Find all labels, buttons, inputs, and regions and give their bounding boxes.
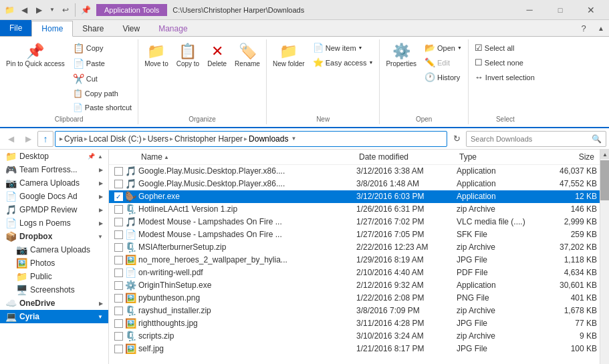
scrollbar[interactable]: ▲ ▼: [600, 150, 609, 364]
file-checkbox[interactable]: [114, 218, 123, 226]
close-button[interactable]: ✕: [576, 0, 606, 20]
breadcrumb-cyria[interactable]: Cyria: [64, 134, 83, 144]
file-row[interactable]: 🎵Modest Mouse - Lampshades On Fire ...1/…: [109, 216, 600, 228]
breadcrumb-downloads[interactable]: Downloads: [249, 134, 288, 144]
scroll-up-button[interactable]: ▲: [600, 150, 609, 159]
file-checkbox[interactable]: [114, 319, 123, 328]
breadcrumb-users[interactable]: Users: [148, 134, 168, 144]
file-row[interactable]: 📄Modest Mouse - Lampshades On Fire ...1/…: [109, 228, 600, 241]
file-size: 401 KB: [543, 293, 597, 303]
open-button[interactable]: 📂 Open ▼: [421, 41, 465, 55]
select-all-button[interactable]: ☑ Select all: [471, 41, 539, 55]
sidebar-item-screenshots[interactable]: 🖥️ Screenshots: [0, 283, 108, 297]
file-row[interactable]: 🗜️MSIAfterburnerSetup.zip2/22/2016 12:23…: [109, 241, 600, 254]
file-row[interactable]: 🖼️rightthoughts.jpg3/11/2016 4:28 PMJPG …: [109, 317, 600, 330]
paste-button[interactable]: 📄 Paste: [70, 56, 135, 71]
edit-button[interactable]: ✏️ Edit: [421, 55, 465, 69]
up-nav-button[interactable]: ↑: [37, 131, 53, 147]
new-folder-button[interactable]: 📁 New folder: [269, 41, 308, 70]
refresh-button[interactable]: ↻: [449, 131, 465, 147]
file-checkbox[interactable]: [114, 268, 123, 277]
sidebar-item-photos[interactable]: 🖼️ Photos: [0, 256, 108, 270]
file-checkbox[interactable]: [114, 230, 123, 239]
file-checkbox[interactable]: [114, 256, 123, 264]
back-icon[interactable]: ◀: [17, 3, 31, 17]
sidebar-item-cyria[interactable]: 💻 Cyria ▼: [0, 310, 108, 323]
sidebar-item-team-fortress[interactable]: 🎮 Team Fortress... ▶: [0, 163, 108, 176]
file-row[interactable]: 🎵Google.Play.Music.Desktop.Player.x86...…: [109, 165, 600, 178]
select-none-button[interactable]: ☐ Select none: [471, 55, 539, 69]
maximize-button[interactable]: □: [545, 0, 576, 20]
minimize-button[interactable]: ─: [514, 0, 545, 20]
copy-button[interactable]: 📋 Copy: [70, 41, 135, 55]
new-item-button[interactable]: 📄 New item ▼: [310, 41, 377, 55]
col-date-header[interactable]: Date modified: [356, 151, 457, 163]
breadcrumb-local-disk[interactable]: Local Disk (C:): [89, 134, 142, 144]
address-bar[interactable]: ▸ Cyria ▸ Local Disk (C:) ▸ Users ▸ Chri…: [55, 131, 447, 147]
properties-button[interactable]: ⚙️ Properties: [382, 41, 420, 69]
forward-nav-button[interactable]: ▶: [20, 131, 36, 147]
col-type-header[interactable]: Type: [457, 151, 543, 163]
scroll-thumb[interactable]: [600, 160, 609, 200]
sidebar-item-onedrive[interactable]: ☁️ OneDrive ▶: [0, 297, 108, 310]
sidebar-item-logs[interactable]: 📄 Logs n Poems ▶: [0, 216, 108, 230]
tab-share[interactable]: Share: [73, 21, 113, 36]
search-input[interactable]: [471, 135, 589, 143]
file-checkbox[interactable]: [114, 345, 123, 353]
tab-view[interactable]: View: [113, 21, 149, 36]
file-row[interactable]: 🖼️pybuntheson.png1/22/2016 2:08 PMPNG Fi…: [109, 292, 600, 305]
breadcrumb-christopher[interactable]: Christopher Harper: [174, 134, 243, 144]
history-button[interactable]: 🕐 History: [421, 70, 465, 84]
tab-file[interactable]: File: [0, 20, 31, 36]
collapse-ribbon-icon[interactable]: ▲: [594, 20, 608, 36]
sidebar-item-google-docs[interactable]: 📄 Google Docs Ad ▶: [0, 190, 108, 203]
move-to-button[interactable]: 📁 Move to: [141, 41, 172, 69]
paste-shortcut-button[interactable]: 📄 Paste shortcut: [70, 101, 135, 114]
file-checkbox[interactable]: [114, 243, 123, 252]
file-row[interactable]: 🗜️rayshud_installer.zip3/8/2016 7:09 PMz…: [109, 305, 600, 317]
tab-home[interactable]: Home: [31, 21, 73, 37]
breadcrumb-dropdown-icon[interactable]: ▼: [291, 136, 296, 142]
file-row[interactable]: 🗜️scripts.zip3/10/2016 3:24 AMzip Archiv…: [109, 330, 600, 343]
easy-access-button[interactable]: ⭐ Easy access ▼: [310, 55, 377, 69]
file-row[interactable]: ✓🦫Gopher.exe3/12/2016 6:03 PMApplication…: [109, 190, 600, 203]
file-checkbox[interactable]: [114, 281, 123, 290]
invert-selection-button[interactable]: ↔ Invert selection: [471, 70, 539, 84]
pin-icon[interactable]: 📌: [79, 3, 92, 17]
copy-to-button[interactable]: 📋 Copy to: [173, 41, 203, 69]
back-nav-button[interactable]: ◀: [3, 131, 19, 147]
file-row[interactable]: ⚙️OriginThinSetup.exe2/12/2016 9:32 AMAp…: [109, 279, 600, 292]
rename-button[interactable]: 🏷️ Rename: [231, 41, 263, 69]
file-row[interactable]: 🎵Google.Play.Music.Desktop.Player.x86...…: [109, 178, 600, 190]
file-row[interactable]: 🖼️self.jpg1/21/2016 8:17 PMJPG File100 K…: [109, 343, 600, 355]
help-icon[interactable]: ?: [576, 20, 592, 36]
file-row[interactable]: 🖼️no_more_heroes_2_wallpaper_by_hylia...…: [109, 254, 600, 266]
file-checkbox[interactable]: ✓: [114, 192, 123, 201]
sidebar-item-desktop[interactable]: 📁 Desktop 📌 ▲: [0, 150, 108, 163]
down-arrow-icon[interactable]: ▼: [47, 3, 57, 17]
file-checkbox[interactable]: [114, 205, 123, 214]
copy-path-button[interactable]: 📋 Copy path: [70, 87, 135, 100]
sidebar-item-camera-uploads[interactable]: 📷 Camera Uploads ▶: [0, 176, 108, 190]
tab-manage[interactable]: Manage: [149, 21, 197, 36]
search-box[interactable]: 🔍: [466, 131, 606, 147]
file-checkbox[interactable]: [114, 332, 123, 341]
pin-to-quick-access-button[interactable]: 📌 Pin to Quick access: [3, 41, 68, 70]
file-checkbox[interactable]: [114, 294, 123, 303]
undo-icon[interactable]: ↩: [59, 3, 72, 17]
file-row[interactable]: 📄on-writing-well.pdf2/10/2016 4:40 AMPDF…: [109, 266, 600, 279]
file-row[interactable]: 🗜️HotlineLAAct1 Version 1.zip1/26/2016 6…: [109, 203, 600, 216]
file-checkbox[interactable]: [114, 180, 123, 188]
cut-button[interactable]: ✂️ Cut: [70, 71, 135, 86]
forward-icon[interactable]: ▶: [32, 3, 45, 17]
file-checkbox[interactable]: [114, 167, 123, 176]
col-name-header[interactable]: Name ▲: [138, 151, 356, 163]
sidebar-item-public[interactable]: 📁 Public: [0, 270, 108, 283]
quick-access-icon[interactable]: 📁: [3, 3, 16, 17]
delete-button[interactable]: ✕ Delete: [204, 41, 230, 69]
sidebar-item-camera-uploads2[interactable]: 📷 Camera Uploads: [0, 243, 108, 256]
sidebar-item-gpmdp[interactable]: 🎵 GPMDP Review ▶: [0, 203, 108, 216]
sidebar-item-dropbox[interactable]: 📦 Dropbox ▼: [0, 230, 108, 243]
col-size-header[interactable]: Size: [543, 151, 597, 163]
file-checkbox[interactable]: [114, 307, 123, 315]
